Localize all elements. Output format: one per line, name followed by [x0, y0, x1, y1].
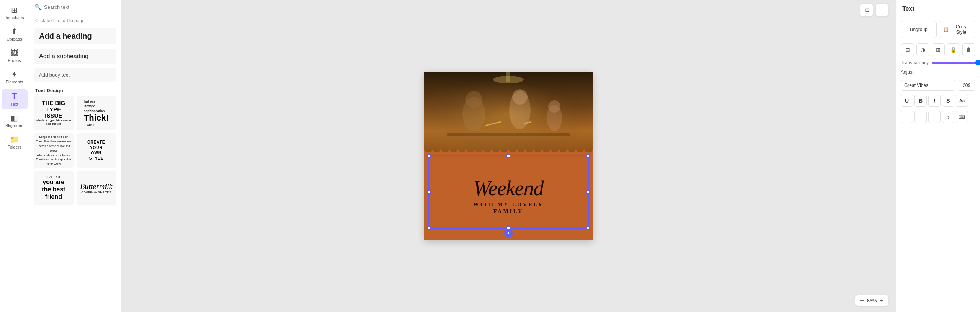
- photo-illustration: [424, 72, 593, 156]
- photos-icon: 🖼: [11, 49, 18, 57]
- click-hint: Click text to add to page: [29, 14, 121, 26]
- duplicate-button[interactable]: ⧉: [860, 4, 873, 16]
- sidebar-item-label: Elements: [6, 80, 23, 84]
- sidebar-item-photos[interactable]: 🖼 Photos: [2, 46, 28, 66]
- sidebar-item-uploads[interactable]: ⬆ Uploads: [2, 25, 28, 44]
- format-row: U B I S Aa: [901, 95, 975, 107]
- text-icon: T: [12, 92, 17, 100]
- add-body-button[interactable]: Add body text: [34, 68, 116, 82]
- design-card-love[interactable]: LOVE YOU you arethe bestfriend: [34, 171, 74, 205]
- transparency-slider[interactable]: [932, 62, 980, 64]
- adjust-label: Adjust: [901, 69, 975, 75]
- copy-style-button[interactable]: 📋 Copy Style: [940, 21, 976, 38]
- canvas-photo: [424, 72, 593, 156]
- ungroup-label: Ungroup: [910, 27, 928, 32]
- font-size-input[interactable]: [958, 80, 975, 91]
- add-button[interactable]: +: [876, 4, 888, 16]
- delete-button[interactable]: 🗑: [962, 43, 975, 56]
- sidebar-item-label: Bkground: [5, 123, 23, 128]
- canvas-sub-text: WITH MY LOVELY: [473, 202, 543, 208]
- canvas-text-area: Weekend WITH MY LOVELY FAMILY: [424, 152, 593, 240]
- add-subheading-button[interactable]: Add a subheading: [34, 49, 116, 64]
- search-input[interactable]: [44, 4, 115, 10]
- copy-style-label: Copy Style: [951, 24, 972, 35]
- folders-icon: 📁: [10, 136, 19, 143]
- search-bar: 🔍: [29, 0, 121, 14]
- more-button[interactable]: ⌨: [956, 111, 968, 123]
- background-icon: ◧: [11, 114, 18, 122]
- text-panel: 🔍 Click text to add to page Add a headin…: [29, 0, 121, 312]
- right-panel-content: Ungroup 📋 Copy Style ⊟ ◑ ⊞ 🔒 🗑 Transpare…: [896, 16, 980, 131]
- canvas-sub-text2: FAMILY: [493, 209, 523, 215]
- sidebar-item-label: Templates: [5, 15, 24, 20]
- canvas-toolbar: ⧉ +: [860, 4, 888, 16]
- zoom-out-button[interactable]: −: [860, 297, 864, 304]
- sidebar-item-label: Photos: [8, 58, 21, 63]
- font-row: Great Vibes: [901, 80, 975, 91]
- underline-button[interactable]: U: [901, 95, 913, 107]
- line-height-button[interactable]: ↕: [942, 111, 954, 123]
- sidebar-item-label: Folders: [7, 145, 21, 149]
- sidebar-item-label: Uploads: [7, 37, 22, 41]
- icon-row: ⊟ ◑ ⊞ 🔒 🗑: [901, 43, 975, 56]
- sidebar-item-elements[interactable]: ✦ Elements: [2, 67, 28, 87]
- canvas-main-text[interactable]: Weekend: [474, 178, 544, 199]
- left-sidebar: ⊞ Templates ⬆ Uploads 🖼 Photos ✦ Element…: [0, 0, 29, 312]
- action-row: Ungroup 📋 Copy Style: [901, 21, 975, 38]
- position-button[interactable]: ⊟: [901, 43, 914, 56]
- zoom-in-button[interactable]: +: [880, 297, 883, 304]
- design-card-big-type[interactable]: THE BIG TYPE ISSUE what's in type this s…: [34, 96, 74, 130]
- right-panel: Text Ungroup 📋 Copy Style ⊟ ◑ ⊞ 🔒 🗑 Tran…: [896, 0, 980, 312]
- canvas-frame: Weekend WITH MY LOVELY FAMILY ●: [424, 72, 593, 240]
- canvas-area: ⧉ +: [121, 0, 896, 312]
- right-panel-title: Text: [896, 0, 980, 16]
- sidebar-item-label: Text: [10, 102, 18, 106]
- text-design-grid: THE BIG TYPE ISSUE what's in type this s…: [29, 96, 121, 210]
- templates-icon: ⊞: [11, 6, 18, 14]
- ungroup-button[interactable]: Ungroup: [901, 21, 937, 38]
- svg-rect-11: [424, 72, 593, 156]
- strikethrough-button[interactable]: S: [942, 95, 954, 107]
- text-design-label: Text Design: [29, 84, 121, 96]
- sidebar-item-folders[interactable]: 📁 Folders: [2, 132, 28, 152]
- uploads-icon: ⬆: [11, 28, 18, 35]
- elements-icon: ✦: [11, 70, 18, 78]
- search-icon: 🔍: [34, 4, 41, 10]
- transparency-row: Transparency 100: [901, 60, 975, 65]
- design-card-buttermilk[interactable]: Buttermilk COFFELINGHACES: [77, 171, 116, 205]
- align-right-button[interactable]: ≡: [928, 111, 941, 123]
- sidebar-item-background[interactable]: ◧ Bkground: [2, 111, 28, 131]
- transparency-label: Transparency: [901, 60, 929, 65]
- lock-button[interactable]: 🔒: [947, 43, 960, 56]
- copy-style-icon: 📋: [943, 27, 949, 32]
- design-card-flight[interactable]: FLIGHT Songs of birds fill the airThe cu…: [34, 133, 74, 168]
- align-center-button[interactable]: ≡: [914, 111, 927, 123]
- add-heading-button[interactable]: Add a heading: [34, 28, 116, 44]
- case-button[interactable]: Aa: [956, 95, 968, 107]
- layer-button[interactable]: ◑: [916, 43, 929, 56]
- sidebar-item-text[interactable]: T Text: [2, 89, 28, 109]
- font-select[interactable]: Great Vibes: [901, 80, 955, 91]
- bold-button[interactable]: B: [914, 95, 927, 107]
- zoom-bar: − 66% +: [855, 295, 888, 306]
- design-card-create[interactable]: CREATEYOUROWNSTYLE: [77, 133, 116, 168]
- align-button[interactable]: ⊞: [932, 43, 945, 56]
- align-left-button[interactable]: ≡: [901, 111, 913, 123]
- design-card-fashion[interactable]: fashion lifestyle sophistication Thick! …: [77, 96, 116, 130]
- align-row: ≡ ≡ ≡ ↕ ⌨: [901, 111, 975, 123]
- italic-button[interactable]: I: [928, 95, 941, 107]
- zoom-value: 66%: [867, 298, 877, 304]
- sidebar-item-templates[interactable]: ⊞ Templates: [2, 3, 28, 23]
- canvas-indicator: ●: [504, 229, 513, 237]
